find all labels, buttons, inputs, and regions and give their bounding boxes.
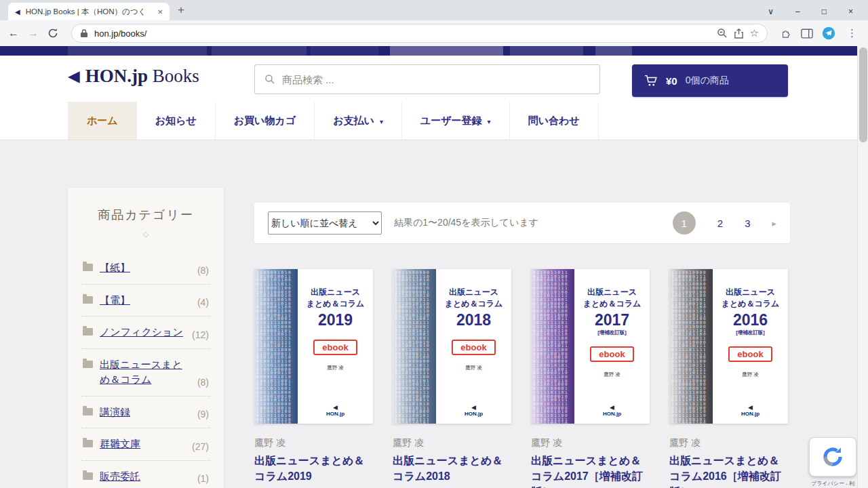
site-logo[interactable]: ◀ HON.jp Books: [68, 66, 199, 87]
tab-favicon-icon: ◀: [15, 8, 20, 16]
cover-year: 2016: [733, 312, 768, 328]
category-link[interactable]: 出版ニュースまとめ＆コラム: [100, 357, 191, 388]
close-window-button[interactable]: ×: [848, 7, 853, 16]
recaptcha-terms[interactable]: プライバシー - 利用規約: [809, 481, 856, 488]
search-input[interactable]: [282, 74, 590, 85]
site-header: ◀ HON.jp Books ¥0 0個の商品: [0, 56, 868, 102]
category-item: 【電】 (4): [81, 285, 210, 317]
pagination: 1 2 3 ▸: [673, 211, 776, 235]
binary-pattern: 0011000000 0001111110 1100111010 0111111…: [393, 269, 436, 424]
browser-tab[interactable]: ◀ HON.jp Books | 本（HON）のつく ×: [8, 3, 170, 20]
folder-icon: [83, 296, 93, 304]
honjp-logo: ◀ HON.jp: [603, 405, 621, 417]
product-cover[interactable]: 0011000000 0001111110 1100111010 0111111…: [393, 269, 511, 424]
sidebar-title: 商品カテゴリー: [81, 207, 210, 223]
category-item: 講演録 (9): [81, 396, 210, 429]
hero-fragment: [390, 46, 503, 56]
category-link[interactable]: 【紙】: [100, 260, 191, 276]
results-bar: 新しい順に並べ替え 結果の1〜20/45を表示しています 1 2 3 ▸: [254, 203, 790, 243]
nav-item-register[interactable]: ユーザー登録▾: [402, 102, 510, 140]
cart-button[interactable]: ¥0 0個の商品: [632, 64, 788, 97]
category-count: (27): [192, 441, 209, 452]
browser-menu-icon[interactable]: ⋮: [844, 27, 860, 39]
share-icon[interactable]: [734, 28, 744, 39]
cover-year: 2019: [318, 312, 353, 328]
product-cover[interactable]: 0110011011 0101110100 1001001111 1110110…: [531, 269, 650, 424]
binary-pattern: 1100001010 1010010011 0001101100 0011111…: [254, 269, 298, 424]
extensions-puzzle-icon[interactable]: [781, 28, 792, 39]
telegram-extension-icon[interactable]: [822, 26, 835, 40]
category-count: (1): [197, 473, 209, 484]
cart-count: 0個の商品: [686, 75, 729, 87]
recaptcha-badge[interactable]: [809, 437, 856, 476]
ebook-badge: ebook: [452, 340, 495, 355]
folder-icon: [83, 472, 93, 480]
product-author: 鷹野 凌: [393, 437, 511, 449]
search-icon: [264, 74, 275, 85]
category-link[interactable]: 販売委託: [100, 469, 191, 485]
side-panel-icon[interactable]: [801, 28, 813, 39]
category-item: 出版ニュースまとめ＆コラム (8): [81, 349, 210, 396]
page-button-1[interactable]: 1: [673, 211, 696, 235]
cover-body: 出版ニュースまとめ＆コラム 2019 ebook 鷹野 凌 ◀ HON.jp: [298, 269, 373, 424]
lock-icon: [80, 28, 88, 38]
category-count: (9): [197, 409, 209, 420]
folder-icon: [83, 264, 93, 271]
bookmark-star-icon[interactable]: ☆: [750, 27, 759, 39]
nav-item-contact[interactable]: 問い合わせ: [510, 102, 599, 140]
chevron-down-icon: ▾: [488, 118, 491, 125]
nav-item-cart[interactable]: お買い物カゴ: [216, 102, 315, 140]
nav-item-payment[interactable]: お支払い▾: [315, 102, 402, 140]
page-scrollbar[interactable]: [857, 46, 868, 488]
category-link[interactable]: 講演録: [100, 405, 191, 420]
next-page-icon[interactable]: ▸: [772, 218, 776, 228]
category-link[interactable]: 群雛文庫: [100, 436, 185, 452]
folder-icon: [83, 361, 93, 368]
nav-item-home[interactable]: ホーム: [68, 102, 137, 140]
forward-button[interactable]: →: [28, 28, 39, 39]
web-page: ◀ HON.jp Books ¥0 0個の商品 ホーム お知らせ お買い物カゴ …: [0, 46, 868, 488]
category-item: 販売委託 (1): [81, 461, 210, 488]
sort-dropdown[interactable]: 新しい順に並べ替え: [268, 211, 382, 235]
binary-pattern: 0110011011 0101110100 1001001111 1110110…: [531, 269, 574, 424]
page-content: 商品カテゴリー ◇ 【紙】 (8) 【電】 (4) ノンフィクション (12): [0, 140, 868, 488]
category-item: 群雛文庫 (27): [81, 428, 210, 461]
minimize-button[interactable]: –: [795, 7, 800, 16]
product-card: 1110010000 0100000111 1010101110 1001110…: [669, 269, 788, 488]
scrollbar-thumb[interactable]: [859, 47, 867, 142]
cover-body: 出版ニュースまとめ＆コラム 2016 [増補改訂版] ebook 鷹野 凌 ◀ …: [713, 269, 788, 424]
tab-search-icon[interactable]: ∨: [768, 7, 774, 16]
cover-note: [増補改訂版]: [597, 329, 627, 336]
category-link[interactable]: 【電】: [100, 293, 191, 308]
product-search-box[interactable]: [254, 64, 600, 94]
honjp-logo: ◀ HON.jp: [326, 405, 344, 417]
nav-label: ホーム: [87, 115, 118, 127]
product-title-link[interactable]: 出版ニュースまとめ＆コラム2016［増補改訂版］: [669, 453, 788, 488]
honjp-logo-icon: ◀: [610, 405, 614, 411]
refresh-icon[interactable]: [47, 28, 58, 39]
product-author: 鷹野 凌: [531, 437, 650, 449]
page-button-2[interactable]: 2: [717, 218, 723, 229]
maximize-button[interactable]: □: [822, 7, 827, 16]
honjp-logo: ◀ HON.jp: [741, 405, 760, 417]
product-title-link[interactable]: 出版ニュースまとめ＆コラム2018: [393, 453, 511, 484]
tab-close-icon[interactable]: ×: [157, 7, 163, 17]
window-controls: ∨ – □ ×: [758, 7, 863, 20]
address-bar[interactable]: hon.jp/books/ ☆: [71, 24, 768, 43]
product-cover[interactable]: 1100001010 1010010011 0001101100 0011111…: [254, 269, 373, 424]
category-link[interactable]: ノンフィクション: [100, 325, 185, 340]
cover-author: 鷹野 凌: [327, 365, 344, 371]
page-button-3[interactable]: 3: [745, 218, 750, 229]
category-count: (4): [197, 297, 209, 308]
new-tab-button[interactable]: +: [178, 3, 184, 17]
zoom-icon[interactable]: [717, 28, 728, 39]
main-nav: ホーム お知らせ お買い物カゴ お支払い▾ ユーザー登録▾ 問い合わせ: [0, 102, 868, 140]
honjp-logo-icon: ◀: [471, 405, 476, 411]
url-text[interactable]: hon.jp/books/: [94, 28, 146, 39]
category-item: ノンフィクション (12): [81, 317, 210, 349]
nav-item-news[interactable]: お知らせ: [137, 102, 216, 140]
product-title-link[interactable]: 出版ニュースまとめ＆コラム2019: [254, 453, 373, 484]
product-title-link[interactable]: 出版ニュースまとめ＆コラム2017［増補改訂版］: [531, 453, 650, 488]
back-button[interactable]: ←: [8, 28, 19, 39]
product-cover[interactable]: 1110010000 0100000111 1010101110 1001110…: [669, 269, 788, 424]
